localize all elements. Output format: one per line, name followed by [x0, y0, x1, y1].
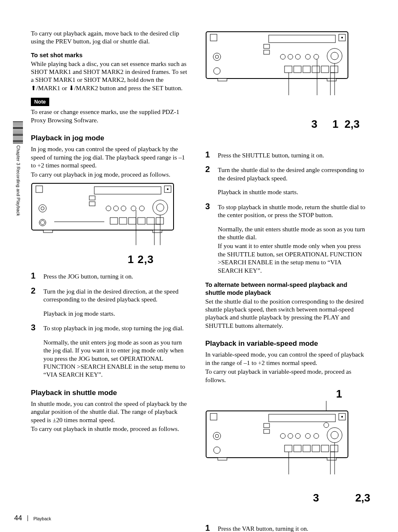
svg-point-34	[341, 37, 343, 38]
svg-rect-80	[285, 445, 292, 452]
svg-point-44	[305, 54, 310, 59]
device-figure-shuttle: 3 1 2,3	[205, 29, 367, 145]
svg-rect-53	[330, 66, 338, 73]
jog-intro-2: To carry out playback in jog mode, proce…	[31, 170, 191, 178]
var-step-1-text: Press the VAR button, turning it on.	[218, 524, 367, 532]
page-number: 44	[14, 514, 22, 523]
svg-point-76	[314, 433, 319, 438]
shot-marks-text-mark2: /MARK2 button and press the SET button.	[74, 84, 183, 91]
var-top-callout: 1	[336, 388, 342, 400]
jog-step-3b-text: Normally, the unit enters jog mode as so…	[43, 338, 191, 379]
svg-rect-39	[264, 44, 270, 48]
device-figure-var: 1	[205, 387, 367, 519]
left-column: To carry out playback again, move back t…	[31, 29, 191, 532]
svg-point-7	[39, 219, 46, 226]
svg-rect-81	[294, 445, 301, 452]
svg-rect-87	[327, 458, 336, 460]
svg-rect-86	[218, 458, 227, 460]
jog-steps: Press the JOG button, turning it on. Tur…	[31, 272, 191, 379]
svg-point-73	[288, 433, 293, 438]
svg-rect-23	[156, 218, 164, 224]
shuttle-intro: In shuttle mode, you can control the spe…	[31, 400, 191, 424]
footer-section: Playback	[33, 516, 51, 522]
jog-step-2-text: Turn the jog dial in the desired directi…	[43, 287, 191, 304]
shot-marks-text-1: While playing back a disc, you can set e…	[31, 60, 187, 84]
svg-rect-35	[210, 34, 217, 41]
svg-rect-63	[269, 414, 335, 422]
svg-point-77	[324, 423, 329, 428]
svg-rect-25	[43, 230, 53, 233]
svg-rect-82	[303, 445, 310, 452]
svg-rect-22	[147, 218, 154, 224]
svg-point-47	[331, 52, 338, 60]
svg-rect-4	[36, 186, 43, 193]
svg-rect-85	[330, 445, 338, 452]
chapter-tab-label: Chapter 3 Recording and Playback	[15, 145, 20, 216]
svg-rect-52	[321, 66, 329, 73]
svg-rect-71	[264, 429, 270, 433]
jog-callouts: 1 2,3	[128, 253, 154, 266]
heading-alternate: To alternate between normal-speed playba…	[205, 281, 367, 296]
footer-divider	[28, 515, 28, 521]
heading-shuttle-mode: Playback in shuttle mode	[31, 388, 191, 397]
shuttle-intro-2: To carry out playback in shuttle mode, p…	[31, 425, 191, 433]
svg-point-41	[280, 54, 285, 59]
svg-point-37	[215, 55, 219, 58]
svg-point-3	[167, 188, 169, 190]
note-badge: Note	[31, 98, 49, 106]
shuttle-callouts: 3 1 2,3	[311, 118, 360, 130]
jog-step-3-text: To stop playback in jog mode, stop turni…	[43, 324, 191, 332]
svg-rect-66	[210, 413, 217, 420]
shuttle-step-1: Press the SHUTTLE button, turning it on.	[205, 151, 367, 159]
jog-intro: In jog mode, you can control the speed o…	[31, 145, 191, 169]
svg-point-68	[215, 434, 219, 438]
svg-point-69	[214, 447, 220, 453]
svg-rect-55	[327, 79, 336, 81]
var-steps: Press the VAR button, turning it on. Tur…	[205, 524, 367, 532]
var-bottom-callouts: 3 2,3	[313, 491, 370, 504]
var-intro: In variable-speed mode, you can control …	[205, 350, 367, 367]
heading-jog-mode: Playback in jog mode	[31, 133, 191, 142]
svg-point-75	[305, 433, 310, 438]
svg-point-6	[41, 207, 44, 210]
down-arrow-icon: ⬇	[69, 84, 74, 91]
svg-point-45	[314, 54, 319, 59]
page-footer: 44 Playback	[14, 514, 51, 523]
svg-point-38	[214, 68, 220, 74]
svg-point-42	[288, 54, 293, 59]
up-arrow-icon: ⬆	[31, 84, 36, 91]
svg-rect-49	[294, 66, 301, 73]
svg-point-74	[295, 433, 300, 438]
svg-rect-18	[110, 218, 118, 224]
svg-rect-54	[218, 79, 227, 81]
svg-rect-48	[285, 66, 292, 73]
svg-point-15	[139, 206, 144, 211]
shot-marks-text-mark1: /MARK1 or	[36, 84, 69, 91]
svg-rect-32	[269, 35, 335, 43]
svg-rect-50	[303, 66, 310, 73]
chapter-tab: Chapter 3 Recording and Playback	[13, 121, 23, 216]
svg-rect-20	[128, 218, 136, 224]
heading-shot-marks: To set shot marks	[31, 51, 191, 59]
jog-step-1-text: Press the JOG button, turning it on.	[43, 272, 191, 280]
shuttle-step-3-text: To stop playback in shuttle mode, return…	[218, 203, 367, 219]
note-text: To erase or change essence marks, use th…	[31, 108, 191, 124]
var-step-1: Press the VAR button, turning it on.	[205, 524, 367, 532]
shuttle-step-2b-text: Playback in shuttle mode starts.	[218, 188, 367, 196]
svg-rect-1	[94, 187, 161, 194]
svg-rect-19	[119, 218, 127, 224]
shuttle-step-2-text: Turn the shuttle dial to the desired ang…	[218, 166, 367, 182]
shuttle-step-1-text: Press the SHUTTLE button, turning it on.	[218, 151, 367, 159]
svg-rect-83	[312, 445, 320, 452]
shuttle-step-2: Turn the shuttle dial to the desired ang…	[205, 166, 367, 196]
svg-point-12	[113, 206, 118, 211]
shuttle-step-3b-text: Normally, the unit enters shuttle mode a…	[218, 225, 367, 241]
shuttle-step-3c-text: If you want it to enter shuttle mode onl…	[218, 242, 367, 274]
svg-point-14	[131, 206, 136, 211]
svg-rect-51	[312, 66, 320, 73]
svg-rect-40	[264, 50, 270, 54]
device-figure-jog: 1 2,3	[31, 182, 191, 266]
svg-point-72	[280, 433, 285, 438]
intro-again: To carry out playback again, move back t…	[31, 29, 191, 46]
shuttle-step-3: To stop playback in shuttle mode, return…	[205, 203, 367, 275]
